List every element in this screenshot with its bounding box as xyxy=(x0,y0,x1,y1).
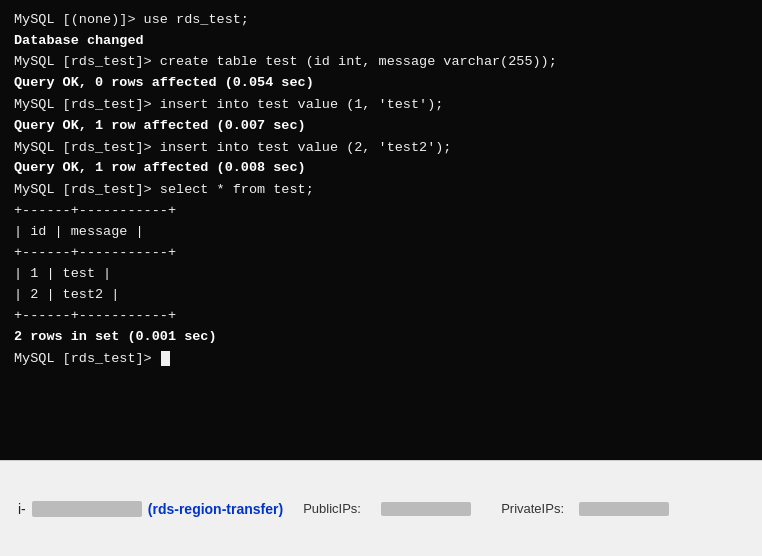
instance-prefix: i- xyxy=(18,501,26,517)
public-ip-row: PublicIPs: xyxy=(303,501,471,516)
instance-id-redacted xyxy=(32,501,142,517)
terminal-line: +------+-----------+ xyxy=(14,306,748,327)
terminal-line: Database changed xyxy=(14,31,748,52)
info-bar: i- (rds-region-transfer) PublicIPs: Priv… xyxy=(0,460,762,556)
terminal-line: MySQL [(none)]> use rds_test; xyxy=(14,10,748,31)
terminal-line: | 2 | test2 | xyxy=(14,285,748,306)
terminal-line: MySQL [rds_test]> create table test (id … xyxy=(14,52,748,73)
instance-id: i- (rds-region-transfer) xyxy=(18,501,283,517)
terminal-line: | 1 | test | xyxy=(14,264,748,285)
terminal-line: +------+-----------+ xyxy=(14,201,748,222)
terminal-line: MySQL [rds_test]> select * from test; xyxy=(14,180,748,201)
terminal-line: | id | message | xyxy=(14,222,748,243)
terminal-line: +------+-----------+ xyxy=(14,243,748,264)
private-ip-label: PrivateIPs: xyxy=(501,501,571,516)
terminal-line: Query OK, 1 row affected (0.008 sec) xyxy=(14,158,748,179)
terminal: MySQL [(none)]> use rds_test;Database ch… xyxy=(0,0,762,460)
private-ip-row: PrivateIPs: xyxy=(501,501,669,516)
terminal-prompt-line: MySQL [rds_test]> xyxy=(14,349,748,370)
instance-name: (rds-region-transfer) xyxy=(148,501,283,517)
public-ip-label: PublicIPs: xyxy=(303,501,373,516)
public-ip-value xyxy=(381,502,471,516)
terminal-line: Query OK, 0 rows affected (0.054 sec) xyxy=(14,73,748,94)
private-ip-value xyxy=(579,502,669,516)
terminal-line: MySQL [rds_test]> insert into test value… xyxy=(14,95,748,116)
terminal-line: MySQL [rds_test]> insert into test value… xyxy=(14,138,748,159)
ip-area: PublicIPs: PrivateIPs: xyxy=(303,501,669,516)
terminal-line: Query OK, 1 row affected (0.007 sec) xyxy=(14,116,748,137)
terminal-line: 2 rows in set (0.001 sec) xyxy=(14,327,748,348)
